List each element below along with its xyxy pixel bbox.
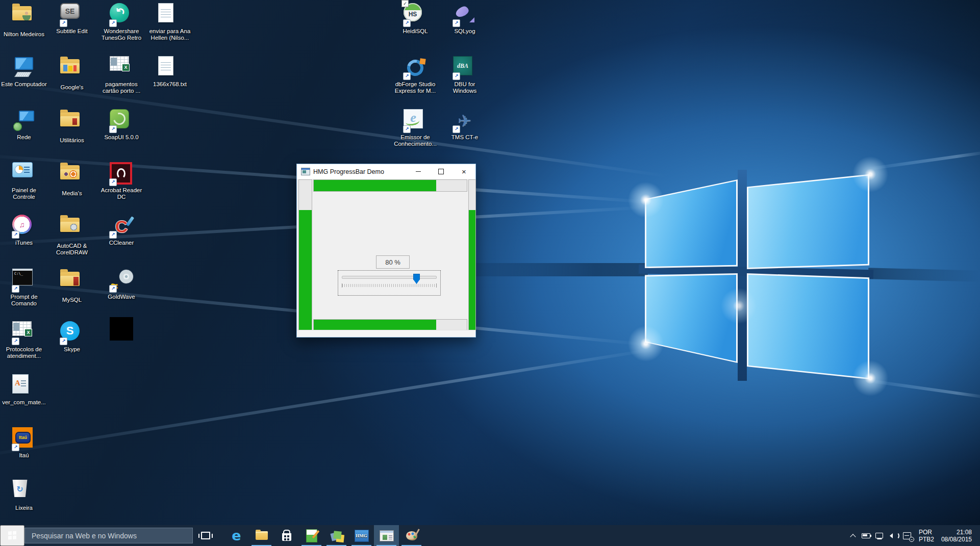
desktop-icon-label: Emissor de Conhecimento...	[392, 134, 438, 147]
slider-track[interactable]	[342, 276, 437, 279]
shortcut-arrow-icon	[12, 285, 19, 293]
desktop-icon-glyph	[12, 56, 36, 80]
desktop-icon-painel-de-controle[interactable]: Painel de Controle	[1, 162, 47, 200]
action-center-icon[interactable]	[899, 525, 915, 546]
desktop-icon-label: DBU for Windows	[442, 81, 488, 94]
task-view-button[interactable]	[193, 525, 218, 546]
minimize-icon	[416, 171, 421, 172]
shortcut-arrow-icon	[109, 125, 117, 133]
maximize-button[interactable]	[430, 164, 453, 179]
desktop-icon-label: Itaú	[1, 452, 47, 459]
paint-palette-icon	[404, 528, 419, 543]
desktop-icon-label: pagamentos cartão porto ...	[98, 81, 144, 94]
desktop-icon-glyph	[12, 109, 36, 133]
desktop-icon-mysql[interactable]: MySQL	[49, 269, 95, 303]
taskbar-apps	[224, 525, 424, 546]
percent-label: 80 %	[376, 255, 410, 269]
desktop-icon-autocad-coreldraw[interactable]: AutoCAD & CorelDRAW	[49, 215, 95, 256]
desktop-icon-glyph	[60, 165, 80, 179]
taskbar-app-sticky-notes[interactable]	[324, 525, 349, 546]
taskbar: Pesquisar na Web e no Windows POR	[0, 525, 980, 546]
desktop-icon-sqlyog[interactable]: SQLyog	[442, 3, 488, 35]
desktop-icon-utilitarios[interactable]: Utilitários	[49, 109, 95, 144]
progressbar-fill	[469, 210, 475, 331]
desktop-icon-medias[interactable]: Media's	[49, 162, 95, 197]
desktop-icon-label: HeidiSQL	[392, 28, 438, 35]
desktop-icon-nilton-medeiros[interactable]: Nilton Medeiros	[1, 3, 47, 38]
hidden-icons-chevron-icon[interactable]	[846, 525, 860, 546]
search-input[interactable]: Pesquisar na Web e no Windows	[24, 528, 193, 543]
network-icon[interactable]	[873, 525, 886, 546]
desktop-icon-soapui[interactable]: SoapUI 5.0.0	[98, 109, 144, 141]
desktop-icon-label: Wondershare TunesGo Retro	[98, 28, 144, 41]
desktop-icon-label: SoapUI 5.0.0	[98, 134, 144, 141]
desktop-icon-label: AutoCAD & CorelDRAW	[49, 243, 95, 256]
language-indicator[interactable]: POR PTB2	[915, 525, 938, 546]
desktop-icon-protocolos-de-atendimento[interactable]: Protocolos de atendiment...	[1, 321, 47, 359]
desktop-icon-goldwave[interactable]: GoldWave	[98, 269, 144, 300]
desktop-icon-prompt-de-comando[interactable]: Prompt de Comando	[1, 269, 47, 307]
taskbar-app-hmg[interactable]	[349, 525, 374, 546]
taskbar-app-hmg-demo[interactable]	[374, 525, 399, 546]
desktop-icon-label: Subtitle Edit	[49, 28, 95, 35]
desktop-icon-glyph	[12, 321, 32, 336]
taskbar-app-edge[interactable]	[224, 525, 249, 546]
desktop-icon-label: Nilton Medeiros	[1, 31, 47, 38]
desktop-icon-glyph	[110, 317, 133, 341]
desktop-icon-itunes[interactable]: iTunes	[1, 215, 47, 246]
shortcut-arrow-icon	[453, 125, 460, 133]
desktop-icon-subtitle-edit[interactable]: Subtitle Edit	[49, 3, 95, 35]
close-button[interactable]: ×	[453, 164, 475, 179]
desktop-icon-label: Este Computador	[1, 81, 47, 88]
desktop-icon-heidisql[interactable]: HeidiSQL	[392, 3, 438, 35]
progressbar-right	[468, 179, 476, 331]
clock[interactable]: 21:08 08/08/2015	[938, 525, 975, 546]
close-icon: ×	[462, 168, 466, 175]
slider-thumb[interactable]	[413, 274, 420, 284]
window-client-area: 80 %	[297, 179, 475, 337]
desktop-icon-dbforge-studio[interactable]: dbForge Studio Express for M...	[392, 56, 438, 94]
progressbar-fill	[299, 210, 312, 331]
taskbar-app-file-explorer[interactable]	[249, 525, 274, 546]
desktop-icon-label: SQLyog	[442, 28, 488, 35]
desktop-icon-1366x768-txt[interactable]: 1366x768.txt	[147, 56, 193, 88]
progress-slider[interactable]	[338, 270, 441, 296]
taskbar-app-store[interactable]	[274, 525, 299, 546]
desktop-icon-enviar-para-ana-hellen[interactable]: enviar para Ana Hellen (Nilso...	[147, 3, 193, 41]
desktop-icon-ver-com-mate[interactable]: ver_com_mate...	[1, 374, 47, 406]
desktop-icon-lixeira[interactable]: Lixeira	[1, 480, 47, 511]
minimize-button[interactable]	[407, 164, 430, 179]
desktop-icon-googles[interactable]: Google's	[49, 56, 95, 91]
desktop-icon-itau[interactable]: Itaú	[1, 427, 47, 459]
desktop-icon-label: MySQL	[49, 297, 95, 303]
window-bottom-strip	[297, 330, 475, 337]
desktop-icon-glyph	[12, 480, 28, 497]
desktop-icon-black-square[interactable]	[98, 317, 144, 341]
taskbar-app-paint[interactable]	[399, 525, 424, 546]
desktop-icon-tms-ct-e[interactable]: TMS CT-e	[442, 109, 488, 141]
desktop[interactable]: Nilton Medeiros Subtitle Edit Wondershar…	[0, 0, 980, 525]
desktop-icon-label: Protocolos de atendiment...	[1, 346, 47, 359]
shortcut-arrow-icon	[12, 231, 19, 239]
taskbar-app-notes-editor[interactable]	[299, 525, 324, 546]
desktop-icon-glyph	[60, 272, 80, 286]
desktop-icon-label: Google's	[49, 84, 95, 91]
desktop-icon-label: 1366x768.txt	[147, 81, 193, 88]
desktop-icon-glyph	[12, 162, 33, 177]
volume-icon[interactable]	[886, 525, 899, 546]
desktop-icon-label: TMS CT-e	[442, 134, 488, 141]
desktop-icon-pagamentos-cartao-porto[interactable]: pagamentos cartão porto ...	[98, 56, 144, 94]
desktop-icon-ccleaner[interactable]: CCleaner	[98, 215, 144, 246]
desktop-icon-skype[interactable]: Skype	[49, 321, 95, 353]
battery-icon[interactable]	[860, 525, 873, 546]
desktop-icon-glyph	[404, 3, 422, 21]
desktop-icon-wondershare-tunesgo-retro[interactable]: Wondershare TunesGo Retro	[98, 3, 144, 41]
desktop-icon-acrobat-reader-dc[interactable]: Acrobat Reader DC	[98, 162, 144, 200]
window-titlebar[interactable]: HMG ProgressBar Demo ×	[297, 164, 475, 179]
start-button[interactable]	[0, 525, 24, 546]
desktop-icon-label: Painel de Controle	[1, 187, 47, 200]
desktop-icon-este-computador[interactable]: Este Computador	[1, 56, 47, 88]
desktop-icon-dbu-for-windows[interactable]: DBU for Windows	[442, 56, 488, 94]
desktop-icon-emissor-de-conhecimento[interactable]: Emissor de Conhecimento...	[392, 109, 438, 147]
desktop-icon-rede[interactable]: Rede	[1, 109, 47, 141]
